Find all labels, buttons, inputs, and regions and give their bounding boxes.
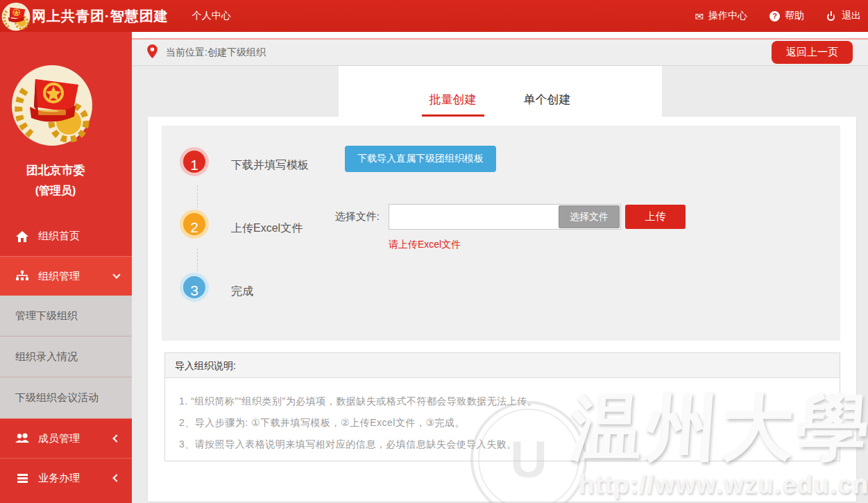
league-emblem-icon <box>1 2 31 31</box>
step-1-circle: 1 <box>180 147 209 176</box>
sidebar-item-label: 成员管理 <box>38 432 114 445</box>
users-icon <box>15 433 29 444</box>
steps-panel: 1 下载并填写模板 下载导入直属下级团组织模板 2 上传Excel文件 选择文件… <box>162 126 840 341</box>
tab-bar: 批量创建 单个创建 <box>339 66 662 117</box>
app-title: 网上共青团·智慧团建 <box>32 7 169 26</box>
sidebar-item-manage-sub-orgs[interactable]: 管理下级组织 <box>0 296 132 336</box>
breadcrumb: 当前位置:创建下级组织 返回上一页 <box>132 38 868 66</box>
chevron-left-icon <box>112 474 120 481</box>
breadcrumb-label: 当前位置:创建下级组织 <box>166 46 772 59</box>
step-2-circle: 2 <box>180 210 209 239</box>
back-button[interactable]: 返回上一页 <box>772 41 853 64</box>
nav-logout-label: 退出 <box>842 10 861 22</box>
sidebar-item-label: 组织管理 <box>38 270 114 283</box>
submenu-item-label: 组织录入情况 <box>15 350 78 364</box>
sidebar-menu: 组织首页 组织管理 管理下级组织 组织录入情况 <box>0 216 132 497</box>
sidebar-item-org-management[interactable]: 组织管理 <box>0 256 132 296</box>
nav-operation-center[interactable]: ✉ 操作中心 <box>695 10 747 22</box>
sidebar-item-org-home[interactable]: 组织首页 <box>0 216 132 256</box>
step-connector <box>197 248 198 271</box>
step-2-label: 上传Excel文件 <box>231 221 303 236</box>
mail-icon: ✉ <box>695 11 704 22</box>
nav-operation-center-label: 操作中心 <box>708 10 747 22</box>
instructions-title: 导入组织说明: <box>165 353 840 378</box>
chevron-left-icon <box>112 434 120 442</box>
org-name: 团北京市委 <box>0 162 111 178</box>
org-role: (管理员) <box>0 184 111 198</box>
sidebar-item-label: 业务办理 <box>38 472 114 485</box>
top-header: 网上共青团·智慧团建 个人中心 ✉ 操作中心 ? 帮助 退出 <box>0 0 868 32</box>
step-3-circle: 3 <box>180 273 209 302</box>
sidebar-item-label: 组织首页 <box>38 230 119 243</box>
nav-help-label: 帮助 <box>785 10 804 22</box>
nav-personal-center[interactable]: 个人中心 <box>192 10 231 22</box>
instruction-item: 1. “组织简称”“组织类别”为必填项，数据缺失或格式不符都会导致数据无法上传。 <box>179 391 826 412</box>
nav-help[interactable]: ? 帮助 <box>769 10 804 22</box>
instructions-body: 1. “组织简称”“组织类别”为必填项，数据缺失或格式不符都会导致数据无法上传。… <box>165 378 840 461</box>
upload-error-message: 请上传Excel文件 <box>389 239 461 251</box>
submenu-item-label: 管理下级组织 <box>15 309 78 323</box>
tab-single-create[interactable]: 单个创建 <box>516 92 579 117</box>
league-emblem-icon <box>10 64 94 150</box>
tab-zone: 批量创建 单个创建 <box>132 66 868 117</box>
instruction-item: 3、请按照导入表格说明来填写相对应的信息，必填信息缺失会使导入失败。 <box>179 434 826 455</box>
list-icon <box>15 472 29 484</box>
nav-logout[interactable]: 退出 <box>826 10 861 22</box>
choose-file-button[interactable]: 选择文件 <box>559 205 620 228</box>
tab-batch-create[interactable]: 批量创建 <box>422 92 484 117</box>
submenu-item-label: 下级组织会议活动 <box>15 391 99 404</box>
download-template-button[interactable]: 下载导入直属下级团组织模板 <box>345 146 496 172</box>
instructions-panel: 导入组织说明: 1. “组织简称”“组织类别”为必填项，数据缺失或格式不符都会导… <box>164 352 840 461</box>
power-icon <box>826 11 837 22</box>
help-icon: ? <box>769 11 780 22</box>
instruction-item: 2、导入步骤为: ①下载并填写模板，②上传Excel文件，③完成。 <box>179 412 826 434</box>
step-connector <box>197 185 198 208</box>
chevron-down-icon <box>112 271 120 278</box>
location-pin-icon <box>147 44 158 61</box>
sidebar-item-sub-org-meetings[interactable]: 下级组织会议活动 <box>0 377 132 418</box>
step-3-label: 完成 <box>231 284 253 299</box>
step-1-label: 下载并填写模板 <box>231 158 309 173</box>
sitemap-icon <box>15 271 29 282</box>
sidebar-submenu: 管理下级组织 组织录入情况 下级组织会议活动 <box>0 296 132 418</box>
sidebar-item-business-processing[interactable]: 业务办理 <box>0 458 132 497</box>
sidebar-item-member-management[interactable]: 成员管理 <box>0 418 132 458</box>
main-content: 当前位置:创建下级组织 返回上一页 批量创建 单个创建 1 下载并填写模板 下载… <box>132 32 868 503</box>
file-select-label: 选择文件: <box>328 210 380 223</box>
upload-button[interactable]: 上传 <box>625 205 686 229</box>
home-icon <box>15 231 29 242</box>
content-card: 1 下载并填写模板 下载导入直属下级团组织模板 2 上传Excel文件 选择文件… <box>148 117 856 502</box>
sidebar: 团北京市委 (管理员) 组织首页 组织管理 管理下 <box>0 32 132 503</box>
sidebar-item-org-entry-status[interactable]: 组织录入情况 <box>0 336 132 377</box>
